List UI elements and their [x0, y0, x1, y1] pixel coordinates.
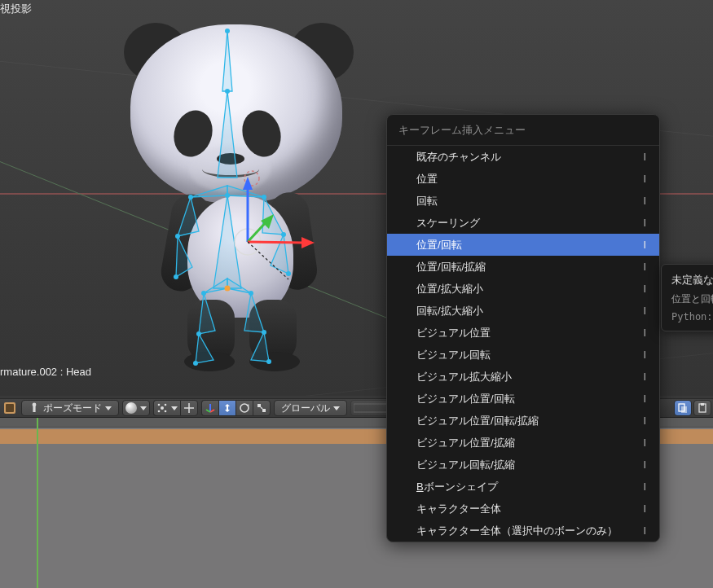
menu-item-shortcut: I	[643, 305, 646, 317]
menu-item-label: スケーリング	[416, 216, 480, 230]
svg-line-56	[261, 407, 262, 409]
menu-item-shortcut: I	[643, 151, 646, 163]
menu-item-shortcut: I	[643, 524, 646, 537]
menu-item-label: ビジュアル拡大縮小	[416, 370, 512, 384]
menu-item-label: ビジュアル回転	[416, 348, 491, 362]
menu-tooltip: 未定義なら 位置と回転 Python:	[661, 264, 713, 331]
svg-marker-53	[246, 405, 249, 408]
menu-item[interactable]: 回転/拡大縮小I	[387, 300, 659, 322]
translate-icon	[222, 402, 233, 414]
menu-item[interactable]: ビジュアル位置/回転I	[387, 388, 659, 410]
menu-item-label: ビジュアル位置/回転	[416, 392, 515, 406]
menu-item-shortcut: I	[643, 415, 646, 427]
menu-item-shortcut: I	[643, 371, 646, 383]
menu-item[interactable]: ビジュアル回転/拡縮I	[387, 454, 659, 476]
menu-item[interactable]: 回転I	[387, 190, 659, 212]
menu-item-shortcut: I	[643, 349, 646, 361]
svg-rect-54	[257, 404, 261, 407]
menu-item[interactable]: ビジュアル位置/回転/拡縮I	[387, 410, 659, 432]
svg-rect-59	[681, 406, 687, 413]
insert-keyframe-menu: キーフレーム挿入メニュー 既存のチャンネルI位置I回転IスケーリングI位置/回転…	[386, 114, 660, 542]
tooltip-python: Python:	[671, 311, 713, 323]
svg-rect-55	[262, 409, 266, 412]
center-only-icon	[183, 402, 195, 414]
tooltip-title: 未定義なら	[671, 273, 713, 287]
menu-item-shortcut: I	[643, 393, 646, 405]
copy-icon	[677, 402, 689, 414]
menu-item[interactable]: BボーンシェイプI	[387, 476, 659, 498]
menu-item-shortcut: I	[643, 195, 646, 207]
menu-item[interactable]: 位置/回転I	[387, 234, 659, 256]
menu-item-label: 既存のチャンネル	[416, 150, 501, 165]
menu-item-label: ビジュアル位置	[416, 326, 491, 340]
gizmo-rotate-toggle[interactable]	[235, 400, 253, 416]
menu-item-shortcut: I	[643, 173, 646, 185]
gizmo-scale-toggle[interactable]	[253, 400, 271, 416]
pivot-median-icon	[156, 402, 168, 414]
paste-attr-button[interactable]	[693, 400, 711, 416]
character-panda	[122, 16, 350, 375]
menu-item[interactable]: ビジュアル位置/拡縮I	[387, 432, 659, 454]
scale-icon	[256, 402, 267, 414]
svg-point-42	[33, 403, 37, 407]
menu-item-shortcut: I	[643, 261, 646, 273]
copy-attr-button[interactable]	[674, 400, 692, 416]
menu-item[interactable]: 既存のチャンネルI	[387, 146, 659, 168]
orientation-label: グローバル	[281, 402, 330, 415]
pose-mode-icon	[29, 402, 40, 414]
menu-item-label: 回転	[416, 194, 438, 208]
menu-item[interactable]: 位置/拡大縮小I	[387, 278, 659, 300]
manipulate-center-toggle[interactable]	[180, 400, 198, 416]
timeline-playhead[interactable]	[37, 418, 38, 588]
menu-item-label: ビジュアル位置/回転/拡縮	[416, 414, 539, 428]
menu-title: キーフレーム挿入メニュー	[387, 115, 659, 146]
menu-item-label: ビジュアル回転/拡縮	[416, 458, 515, 472]
menu-item[interactable]: ビジュアル位置I	[387, 322, 659, 344]
menu-item[interactable]: キャラクター全体（選択中のボーンのみ）I	[387, 520, 659, 542]
menu-item[interactable]: ビジュアル拡大縮小I	[387, 366, 659, 388]
menu-item-label: 位置/拡大縮小	[416, 282, 483, 296]
menu-item-shortcut: I	[643, 437, 646, 449]
matcap-icon	[125, 402, 137, 414]
menu-item-shortcut: I	[643, 327, 646, 339]
pivot-dropdown[interactable]	[153, 400, 180, 416]
menu-item[interactable]: スケーリングI	[387, 212, 659, 234]
menu-items: 既存のチャンネルI位置I回転IスケーリングI位置/回転I位置/回転/拡縮I位置/…	[387, 146, 659, 542]
header-right-group	[674, 400, 711, 416]
menu-item-label: 位置/回転/拡縮	[416, 260, 486, 274]
gizmo-group	[201, 400, 271, 416]
shading-dropdown[interactable]	[122, 400, 150, 416]
menu-item[interactable]: キャラクター全体I	[387, 498, 659, 520]
gizmo-translate-toggle[interactable]	[218, 400, 235, 416]
editor-type-icon[interactable]	[2, 400, 18, 416]
chevron-down-icon	[171, 406, 178, 410]
chevron-down-icon	[333, 406, 340, 410]
svg-rect-43	[33, 406, 35, 412]
svg-point-45	[158, 404, 161, 406]
menu-item-label: 位置	[416, 172, 438, 186]
menu-item-shortcut: I	[643, 239, 646, 251]
orientation-dropdown[interactable]: グローバル	[274, 400, 347, 416]
pivot-group	[153, 400, 198, 416]
chevron-down-icon	[105, 406, 112, 410]
paste-icon	[697, 402, 708, 414]
menu-item-shortcut: I	[643, 459, 646, 471]
menu-item-label: ビジュアル位置/拡縮	[416, 436, 515, 450]
svg-rect-41	[6, 404, 14, 412]
menu-item-shortcut: I	[643, 502, 646, 515]
mode-dropdown[interactable]: ポーズモード	[21, 400, 119, 416]
menu-item-shortcut: I	[643, 480, 646, 493]
chevron-down-icon	[140, 406, 147, 410]
rotate-icon	[239, 402, 250, 414]
gizmo-translate[interactable]	[201, 400, 218, 416]
menu-item[interactable]: 位置/回転/拡縮I	[387, 256, 659, 278]
menu-item-shortcut: I	[643, 217, 646, 229]
svg-point-44	[161, 406, 164, 410]
panda-mouth	[202, 161, 259, 178]
axes-icon	[205, 402, 216, 414]
menu-item[interactable]: 位置I	[387, 168, 659, 190]
svg-point-47	[158, 410, 161, 413]
menu-item[interactable]: ビジュアル回転I	[387, 344, 659, 366]
menu-item-label: キャラクター全体	[416, 502, 501, 516]
panda-foot-right	[249, 352, 300, 371]
